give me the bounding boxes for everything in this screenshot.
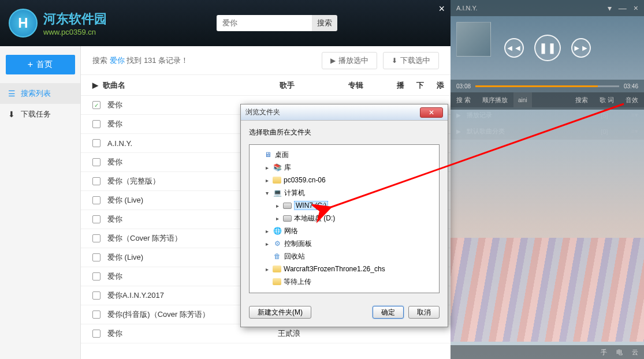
footer-power[interactable]: 电 — [616, 348, 623, 357]
tree-item[interactable]: ▾💻计算机 — [252, 186, 437, 199]
tree-item[interactable]: ▸🌐网络 — [252, 225, 437, 237]
home-button[interactable]: + 首页 — [6, 55, 75, 74]
song-name: 爱你 — [107, 214, 122, 225]
search-input[interactable] — [217, 15, 312, 31]
tree-item[interactable]: ▸🖥桌面 — [252, 148, 437, 161]
close-icon[interactable]: × — [438, 3, 445, 15]
tree-item[interactable]: ▸等待上传 — [252, 275, 437, 288]
tab-order[interactable]: 顺序播放 — [477, 92, 513, 107]
col-play: 播 — [390, 80, 411, 91]
tree-arrow-icon[interactable]: ▸ — [263, 241, 270, 247]
progress-bar[interactable] — [475, 85, 619, 87]
search-button[interactable]: 搜索 — [312, 15, 337, 31]
checkbox[interactable] — [92, 101, 100, 109]
tree-item[interactable]: ▸🗑回收站 — [252, 250, 437, 263]
checkbox[interactable] — [92, 234, 100, 242]
play-icon: ▶ — [92, 81, 98, 89]
song-name: 爱你（完整版） — [107, 176, 160, 186]
tree-label: 桌面 — [275, 150, 289, 160]
ok-button[interactable]: 确定 — [373, 306, 404, 319]
song-name: 爱你（Cover 陈芳语） — [107, 233, 182, 244]
checkbox[interactable] — [92, 120, 100, 128]
folder-icon — [273, 177, 281, 184]
checkbox[interactable] — [92, 139, 100, 147]
checkbox[interactable] — [92, 215, 100, 223]
tree-label: 库 — [284, 163, 291, 173]
sidebar-item-label: 下载任务 — [21, 109, 51, 119]
checkbox[interactable] — [92, 311, 100, 319]
play-pause-button[interactable]: ❚❚ — [534, 35, 561, 61]
control-icon: ⚙ — [273, 239, 282, 248]
logo-title: 河东软件园 — [43, 10, 107, 28]
home-label: 首页 — [36, 59, 53, 70]
tab-search2[interactable]: 搜索 — [569, 92, 594, 107]
tree-item[interactable]: ▸本地磁盘 (D:) — [252, 212, 437, 225]
tree-label: 等待上传 — [284, 277, 311, 287]
checkbox[interactable] — [92, 291, 100, 300]
tree-arrow-icon[interactable]: ▸ — [274, 215, 281, 222]
checkbox[interactable] — [92, 177, 100, 185]
tree-arrow-icon[interactable]: ▸ — [263, 266, 270, 272]
footer-cloud[interactable]: 云 — [632, 348, 638, 357]
tree-label: 控制面板 — [284, 239, 312, 249]
tree-label: 计算机 — [284, 188, 305, 198]
cancel-button[interactable]: 取消 — [408, 306, 440, 319]
tree-arrow-icon[interactable]: ▾ — [263, 190, 270, 196]
tree-arrow-icon[interactable]: ▸ — [263, 228, 270, 234]
tree-label: Warcraft3FrozenThrone1.26_chs — [284, 265, 385, 273]
recycle-icon: 🗑 — [273, 252, 282, 261]
checkbox[interactable] — [92, 196, 100, 204]
tab-current[interactable]: aini — [513, 92, 532, 107]
search-area: 搜索 — [217, 15, 337, 31]
tree-item[interactable]: ▸📚库 — [252, 161, 437, 174]
song-name: 爱你 — [107, 271, 122, 282]
tab-effects[interactable]: 音效 — [620, 92, 644, 107]
sidebar-item-download-tasks[interactable]: ⬇ 下载任务 — [0, 104, 80, 125]
table-header: ▶ 歌曲名 歌手 专辑 播 下 添 — [81, 75, 451, 96]
col-add: 添 — [430, 80, 451, 91]
checkbox[interactable] — [92, 253, 100, 261]
tree-item[interactable]: ▸⚙控制面板 — [252, 237, 437, 250]
tree-label: 网络 — [284, 226, 298, 236]
lib-icon: 📚 — [273, 163, 282, 172]
folder-tree[interactable]: ▸🖥桌面▸📚库▸pc0359.cn-06▾💻计算机▸WIN7 (C:)▸本地磁盘… — [249, 144, 440, 293]
new-folder-button[interactable]: 新建文件夹(M) — [249, 306, 311, 319]
app-header: H 河东软件园 www.pc0359.cn 搜索 × — [0, 0, 451, 46]
prev-button[interactable]: ◄◄ — [504, 38, 524, 58]
tree-item[interactable]: ▸WIN7 (C:) — [252, 199, 437, 212]
sidebar-item-search-list[interactable]: ☰ 搜索列表 — [0, 83, 80, 104]
close-icon[interactable]: × — [634, 3, 638, 13]
next-button[interactable]: ►► — [571, 38, 591, 58]
play-icon: ▶ — [330, 57, 336, 65]
footer-hand[interactable]: 手 — [601, 348, 607, 357]
dialog-close-button[interactable]: ✕ — [420, 107, 443, 118]
player-background-stripes — [451, 238, 644, 342]
tree-label: 回收站 — [284, 252, 305, 261]
tree-arrow-icon[interactable]: ▸ — [263, 164, 270, 171]
pin-icon[interactable]: ▾ — [608, 3, 612, 13]
tree-item[interactable]: ▸pc0359.cn-06 — [252, 174, 437, 186]
progress-row: 03:08 03:46 — [451, 80, 644, 92]
checkbox[interactable] — [92, 158, 100, 166]
song-name: 爱你A.I.N.Y.2017 — [107, 290, 164, 301]
play-selected-button[interactable]: ▶ 播放选中 — [322, 52, 377, 69]
tree-arrow-icon[interactable]: ▸ — [274, 203, 281, 209]
checkbox[interactable] — [92, 330, 100, 338]
folder-icon — [273, 278, 281, 285]
dialog-titlebar[interactable]: 浏览文件夹 ✕ — [241, 104, 448, 121]
tree-arrow-icon[interactable]: ▸ — [263, 177, 270, 184]
tab-search[interactable]: 搜 索 — [451, 92, 477, 107]
sidebar: + 首页 ☰ 搜索列表 ⬇ 下载任务 — [0, 46, 81, 359]
song-name: 爱你 (Live) — [107, 195, 143, 205]
checkbox[interactable] — [92, 272, 100, 281]
tree-item[interactable]: ▸Warcraft3FrozenThrone1.26_chs — [252, 263, 437, 275]
minimize-icon[interactable]: — — [619, 3, 627, 13]
col-artist: 歌手 — [253, 80, 322, 91]
song-name: 爱你 — [107, 100, 122, 110]
player-tabs: 搜 索 顺序播放 aini 搜索 歌 词 音效 — [451, 92, 644, 107]
sidebar-item-label: 搜索列表 — [21, 88, 51, 99]
col-name: 歌曲名 — [103, 80, 125, 91]
plus-icon: + — [28, 59, 33, 70]
download-selected-button[interactable]: ⬇ 下载选中 — [383, 52, 439, 69]
tab-lyrics[interactable]: 歌 词 — [594, 92, 620, 107]
